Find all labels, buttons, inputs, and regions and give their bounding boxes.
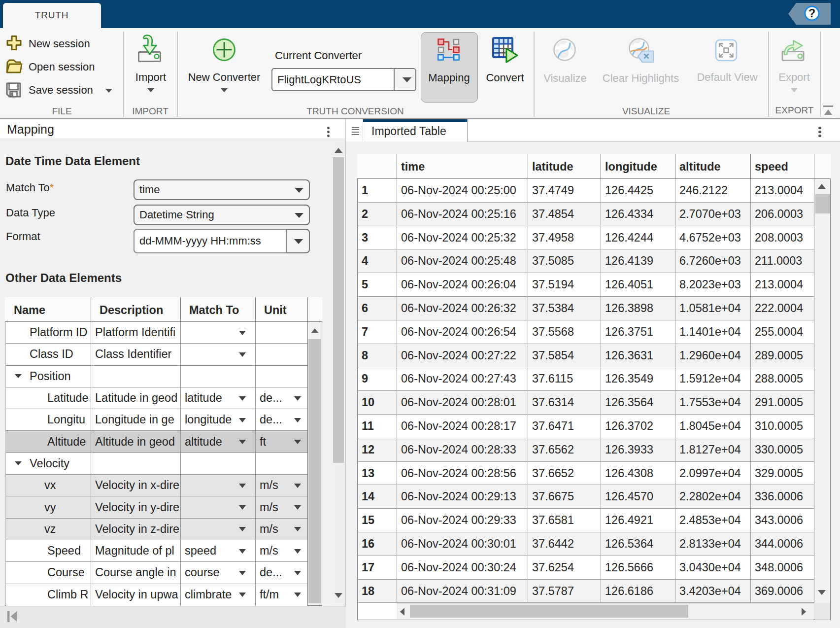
svg-text:?: ? <box>808 7 815 20</box>
